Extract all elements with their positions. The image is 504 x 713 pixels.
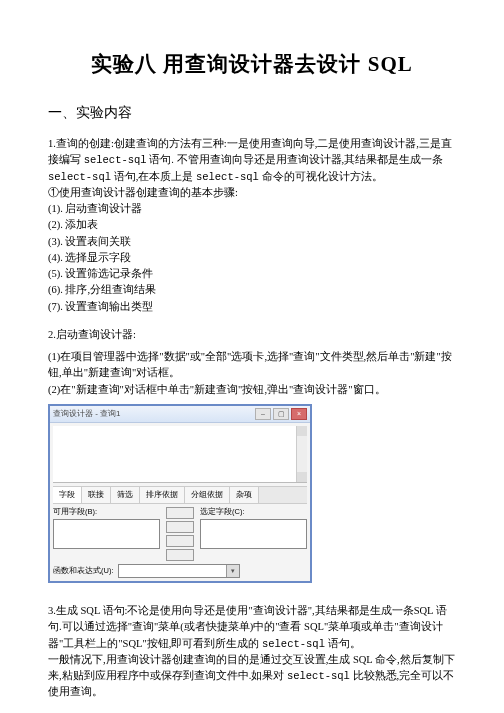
tab-filter[interactable]: 筛选 xyxy=(111,487,140,503)
paragraph-2b: (2)在"新建查询"对话框中单击"新建查询"按钮,弹出"查询设计器"窗口。 xyxy=(48,382,456,398)
close-icon[interactable]: × xyxy=(291,408,307,420)
list-item: (4). 选择显示字段 xyxy=(48,250,456,266)
document-page: 实验八 用查询设计器去设计 SQL 一、实验内容 1.查询的创建:创建查询的方法… xyxy=(0,0,504,713)
list-item: (5). 设置筛选记录条件 xyxy=(48,266,456,282)
selected-fields-box: 选定字段(C): xyxy=(200,507,307,561)
available-fields-list[interactable] xyxy=(53,519,160,549)
list-item: (3). 设置表间关联 xyxy=(48,234,456,250)
move-buttons xyxy=(166,507,194,561)
fields-row: 可用字段(B): 选定字段(C): xyxy=(53,507,307,561)
window-title-text: 查询设计器 - 查询1 xyxy=(53,408,121,419)
text: 命令的可视化设计方法。 xyxy=(259,171,383,182)
tab-join[interactable]: 联接 xyxy=(82,487,111,503)
section-heading-1: 一、实验内容 xyxy=(48,104,456,122)
tab-order[interactable]: 排序依据 xyxy=(140,487,185,503)
add-button[interactable] xyxy=(166,507,194,519)
text: 语句。 xyxy=(325,638,361,649)
text: 3.生成 SQL 语句:不论是使用向导还是使用"查询设计器",其结果都是生成一条… xyxy=(48,605,447,649)
paragraph-1: 1.查询的创建:创建查询的方法有三种:一是使用查询向导,二是使用查询设计器,三是… xyxy=(48,136,456,185)
list-item: (2). 添加表 xyxy=(48,217,456,233)
code-select-sql: select-sql xyxy=(196,171,259,183)
text: 语句,在本质上是 xyxy=(111,171,196,182)
maximize-icon[interactable]: ▢ xyxy=(273,408,289,420)
designer-tabs: 字段 联接 筛选 排序依据 分组依据 杂项 xyxy=(53,486,307,504)
window-titlebar: 查询设计器 - 查询1 – ▢ × xyxy=(50,406,310,423)
subheading-2: 2.启动查询设计器: xyxy=(48,327,456,343)
available-fields-label: 可用字段(B): xyxy=(53,507,160,517)
minimize-icon[interactable]: – xyxy=(255,408,271,420)
paragraph-3a: 3.生成 SQL 语句:不论是使用向导还是使用"查询设计器",其结果都是生成一条… xyxy=(48,603,456,652)
code-select-sql: select-sql xyxy=(287,670,350,682)
spacer xyxy=(48,589,456,603)
expression-label: 函数和表达式(U): xyxy=(53,566,114,576)
code-select-sql: select-sql xyxy=(262,638,325,650)
selected-fields-label: 选定字段(C): xyxy=(200,507,307,517)
tab-group[interactable]: 分组依据 xyxy=(185,487,230,503)
expression-dropdown[interactable]: ▾ xyxy=(118,564,240,578)
paragraph-steps-intro: ①使用查询设计器创建查询的基本步骤: xyxy=(48,185,456,201)
code-select-sql: select-sql xyxy=(84,154,147,166)
scrollbar[interactable] xyxy=(296,426,307,482)
tab-fields[interactable]: 字段 xyxy=(53,487,82,503)
page-title: 实验八 用查询设计器去设计 SQL xyxy=(48,50,456,78)
paragraph-3b: 一般情况下,用查询设计器创建查询的目的是通过交互设置,生成 SQL 命令,然后复… xyxy=(48,652,456,701)
chevron-down-icon: ▾ xyxy=(226,565,239,577)
available-fields-box: 可用字段(B): xyxy=(53,507,160,561)
selected-fields-list[interactable] xyxy=(200,519,307,549)
tables-pane xyxy=(53,426,307,483)
query-designer-screenshot: 查询设计器 - 查询1 – ▢ × 字段 联接 筛选 排序依据 分组依据 杂项 … xyxy=(48,404,312,583)
paragraph-2a: (1)在项目管理器中选择"数据"或"全部"选项卡,选择"查询"文件类型,然后单击… xyxy=(48,349,456,382)
steps-list: (1). 启动查询设计器 (2). 添加表 (3). 设置表间关联 (4). 选… xyxy=(48,201,456,315)
list-item: (6). 排序,分组查询结果 xyxy=(48,282,456,298)
text: 语句. 不管用查询向导还是用查询设计器,其结果都是生成一条 xyxy=(147,154,444,165)
window-buttons: – ▢ × xyxy=(255,408,307,420)
expression-row: 函数和表达式(U): ▾ xyxy=(53,564,307,578)
list-item: (1). 启动查询设计器 xyxy=(48,201,456,217)
code-select-sql: select-sql xyxy=(48,171,111,183)
add-all-button[interactable] xyxy=(166,521,194,533)
list-item: (7). 设置查询输出类型 xyxy=(48,299,456,315)
tab-misc[interactable]: 杂项 xyxy=(230,487,259,503)
remove-button[interactable] xyxy=(166,535,194,547)
remove-all-button[interactable] xyxy=(166,549,194,561)
